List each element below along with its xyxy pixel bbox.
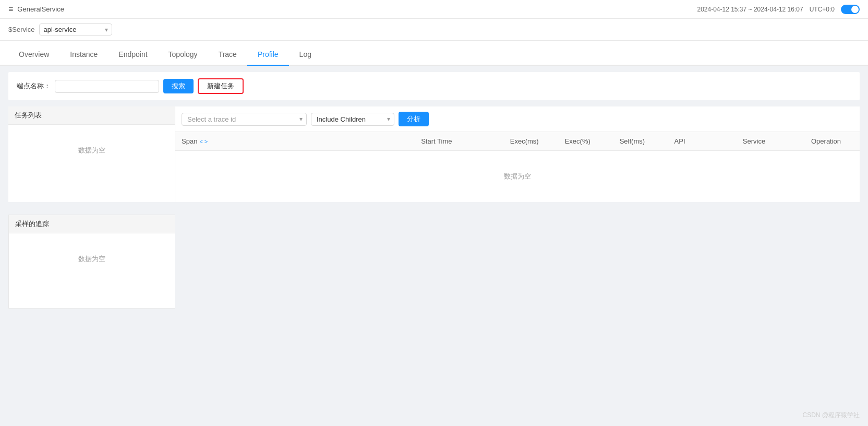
col-header-service: Service bbox=[737, 132, 805, 151]
content-area: 端点名称： 搜索 新建任务 任务列表 数据为空 Select a trace i… bbox=[0, 66, 868, 315]
trace-select-wrapper: Select a trace id bbox=[182, 113, 307, 126]
table-header-row: Span < > Start Time Exec(ms) Exec(%) Sel… bbox=[175, 132, 860, 151]
main-layout: 任务列表 数据为空 Select a trace id Include Chil… bbox=[8, 106, 860, 202]
search-row: 端点名称： 搜索 新建任务 bbox=[8, 72, 860, 100]
col-header-self-ms: Self(ms) bbox=[613, 132, 668, 151]
nav-tabs: Overview Instance Endpoint Topology Trac… bbox=[0, 41, 868, 66]
task-list-header: 任务列表 bbox=[8, 106, 175, 125]
task-list-empty: 数据为空 bbox=[8, 125, 175, 176]
endpoint-label: 端点名称： bbox=[17, 81, 51, 91]
children-select-wrapper: Include Children Exclude Children bbox=[311, 113, 394, 126]
tab-instance[interactable]: Instance bbox=[59, 50, 108, 66]
tab-trace[interactable]: Trace bbox=[208, 50, 247, 66]
tab-endpoint[interactable]: Endpoint bbox=[108, 50, 158, 66]
service-bar: $Service api-service bbox=[0, 19, 868, 41]
table-empty-text: 数据为空 bbox=[175, 151, 860, 203]
top-bar: ≡ GeneralService 2024-04-12 15:37 ~ 2024… bbox=[0, 0, 868, 19]
col-header-exec-ms: Exec(ms) bbox=[504, 132, 559, 151]
right-toolbar: Select a trace id Include Children Exclu… bbox=[175, 106, 860, 132]
timezone: UTC+0:0 bbox=[810, 6, 835, 13]
tab-profile[interactable]: Profile bbox=[247, 50, 289, 66]
search-button[interactable]: 搜索 bbox=[163, 79, 194, 93]
col-header-exec-pct: Exec(%) bbox=[559, 132, 613, 151]
lower-right-area bbox=[175, 215, 860, 309]
lower-layout: 采样的追踪 数据为空 bbox=[8, 215, 860, 309]
col-header-api: API bbox=[668, 132, 737, 151]
toggle-switch[interactable] bbox=[841, 5, 860, 14]
app-title-area: ≡ GeneralService bbox=[8, 5, 64, 14]
include-children-select[interactable]: Include Children Exclude Children bbox=[311, 113, 394, 126]
endpoint-search-input[interactable] bbox=[55, 80, 159, 93]
app-title: GeneralService bbox=[17, 5, 64, 13]
analyze-button[interactable]: 分析 bbox=[399, 112, 429, 126]
tab-overview[interactable]: Overview bbox=[8, 50, 59, 66]
tab-topology[interactable]: Topology bbox=[158, 50, 208, 66]
service-label: $Service bbox=[8, 26, 35, 33]
service-select-wrapper: api-service bbox=[39, 23, 112, 36]
trace-sample-empty: 数据为空 bbox=[9, 233, 175, 285]
service-select[interactable]: api-service bbox=[39, 23, 112, 36]
col-header-operation: Operation bbox=[805, 132, 860, 151]
right-panel: Select a trace id Include Children Exclu… bbox=[175, 106, 860, 202]
trace-id-select[interactable]: Select a trace id bbox=[182, 113, 307, 126]
top-bar-right: 2024-04-12 15:37 ~ 2024-04-12 16:07 UTC+… bbox=[697, 5, 860, 14]
expand-collapse-icon[interactable]: < > bbox=[199, 138, 208, 145]
table-empty-row: 数据为空 bbox=[175, 151, 860, 203]
span-table-container: Span < > Start Time Exec(ms) Exec(%) Sel… bbox=[175, 132, 860, 202]
time-range: 2024-04-12 15:37 ~ 2024-04-12 16:07 bbox=[697, 6, 803, 13]
left-panel: 任务列表 数据为空 bbox=[8, 106, 175, 202]
tab-log[interactable]: Log bbox=[289, 50, 322, 66]
span-table: Span < > Start Time Exec(ms) Exec(%) Sel… bbox=[175, 132, 860, 202]
col-header-span: Span < > bbox=[175, 132, 415, 151]
trace-sample-header: 采样的追踪 bbox=[9, 215, 175, 233]
col-header-start-time: Start Time bbox=[415, 132, 504, 151]
new-task-button[interactable]: 新建任务 bbox=[198, 78, 244, 94]
menu-icon[interactable]: ≡ bbox=[8, 5, 13, 14]
trace-sample-panel: 采样的追踪 数据为空 bbox=[8, 215, 175, 309]
